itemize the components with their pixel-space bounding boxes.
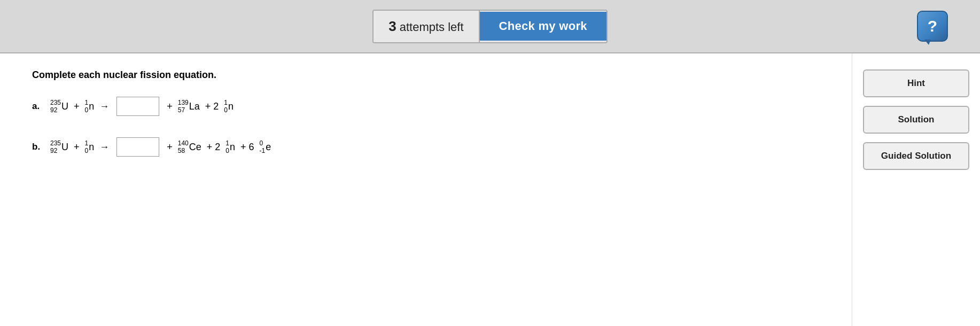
problem-area: Complete each nuclear fission equation. … bbox=[0, 53, 852, 326]
attempts-number: 3 bbox=[388, 18, 396, 34]
n2-mass-a: 1 bbox=[224, 99, 228, 106]
plus-3a: + 2 bbox=[205, 101, 219, 112]
ce-atomic-b: 58 bbox=[178, 147, 189, 154]
main-content: Complete each nuclear fission equation. … bbox=[0, 53, 980, 326]
help-icon: ? bbox=[928, 18, 937, 34]
e-mass-b: 0 bbox=[260, 139, 266, 147]
equation-content-a: 235 92 U + 1 0 n → + bbox=[50, 97, 234, 116]
n1-symbol-b: n bbox=[89, 142, 94, 153]
u-mass-b: 235 bbox=[50, 139, 61, 147]
plus-3b: + 2 bbox=[207, 142, 221, 153]
hint-button[interactable]: Hint bbox=[863, 69, 969, 97]
la-atomic-a: 57 bbox=[178, 106, 189, 114]
product-ce-b: 140 58 Ce bbox=[178, 139, 201, 155]
attempts-check-wrapper: 3 attempts left Check my work bbox=[372, 10, 608, 43]
n2-symbol-a: n bbox=[228, 101, 234, 112]
plus-1a: + bbox=[74, 101, 80, 112]
n2-atomic-b: 0 bbox=[225, 147, 229, 154]
attempts-label: attempts left bbox=[400, 20, 464, 34]
reactant-neutron-b: 1 0 n bbox=[85, 139, 95, 155]
help-button[interactable]: ? bbox=[917, 11, 948, 42]
equation-label-a: a. bbox=[32, 101, 43, 112]
plus-2b: + bbox=[167, 142, 173, 153]
reactant-neutron-a: 1 0 n bbox=[85, 99, 95, 114]
guided-solution-button[interactable]: Guided Solution bbox=[863, 142, 969, 170]
product-electron-b: 0 -1 e bbox=[260, 139, 271, 155]
ce-mass-b: 140 bbox=[178, 139, 189, 147]
u-atomic-b: 92 bbox=[50, 147, 61, 154]
n2-atomic-a: 0 bbox=[224, 106, 228, 114]
attempts-section: 3 attempts left bbox=[374, 11, 479, 42]
equation-row-b: b. 235 92 U + 1 0 n bbox=[32, 137, 820, 157]
e-atomic-b: -1 bbox=[260, 147, 266, 154]
la-mass-a: 139 bbox=[178, 99, 189, 106]
answer-input-b[interactable] bbox=[116, 137, 159, 157]
n2-symbol-b: n bbox=[230, 142, 235, 153]
solution-button[interactable]: Solution bbox=[863, 106, 969, 134]
u-atomic-a: 92 bbox=[50, 106, 61, 114]
arrow-b: → bbox=[99, 142, 109, 153]
u-symbol-a: U bbox=[61, 101, 68, 112]
ce-symbol-b: Ce bbox=[189, 142, 201, 153]
top-bar: 3 attempts left Check my work ? bbox=[0, 0, 980, 53]
check-my-work-button[interactable]: Check my work bbox=[480, 12, 606, 41]
n1-atomic-a: 0 bbox=[85, 106, 89, 114]
equation-label-b: b. bbox=[32, 142, 43, 152]
equation-content-b: 235 92 U + 1 0 n → + bbox=[50, 137, 271, 157]
n1-mass-b: 1 bbox=[85, 139, 89, 147]
problem-title: Complete each nuclear fission equation. bbox=[32, 69, 820, 81]
n2-mass-b: 1 bbox=[225, 139, 229, 147]
answer-input-a[interactable] bbox=[116, 97, 159, 116]
equation-row-a: a. 235 92 U + 1 0 n bbox=[32, 97, 820, 116]
plus-1b: + bbox=[74, 142, 80, 153]
reactant-uranium-b: 235 92 U bbox=[50, 139, 68, 155]
plus-2a: + bbox=[167, 101, 173, 112]
reactant-uranium-a: 235 92 U bbox=[50, 99, 68, 114]
u-symbol-b: U bbox=[61, 142, 68, 153]
n1-symbol-a: n bbox=[89, 101, 94, 112]
right-sidebar: Hint Solution Guided Solution bbox=[852, 53, 980, 326]
n1-atomic-b: 0 bbox=[85, 147, 89, 154]
arrow-a: → bbox=[99, 101, 109, 112]
e-symbol-b: e bbox=[266, 142, 271, 153]
u-mass-a: 235 bbox=[50, 99, 61, 106]
product-neutron-b: 1 0 n bbox=[225, 139, 235, 155]
n1-mass-a: 1 bbox=[85, 99, 89, 106]
la-symbol-a: La bbox=[189, 101, 200, 112]
product-la-a: 139 57 La bbox=[178, 99, 200, 114]
plus-4b: + 6 bbox=[240, 142, 254, 153]
product-neutron-a: 1 0 n bbox=[224, 99, 234, 114]
